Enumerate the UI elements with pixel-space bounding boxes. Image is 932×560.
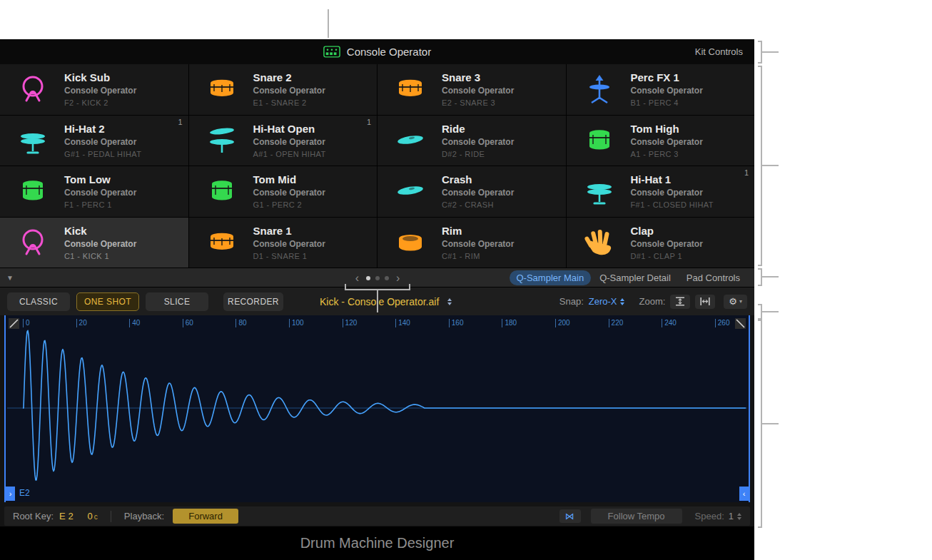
mode-recorder-button[interactable]: RECORDER	[223, 292, 283, 311]
zoom-vertical-button[interactable]	[670, 295, 690, 309]
page-dot[interactable]	[366, 276, 370, 280]
pad-engine: Console Operator	[64, 188, 136, 198]
pad-tom-high[interactable]: Tom HighConsole OperatorA1 - PERC 3	[567, 116, 755, 166]
pad-engine: Console Operator	[253, 86, 325, 96]
pad-badge: 1	[178, 118, 182, 126]
pad-name: Tom High	[631, 123, 703, 135]
page-dot[interactable]	[385, 276, 389, 280]
tom-drum-icon	[205, 174, 239, 208]
ruler-label: 120	[343, 319, 358, 327]
pad-clap[interactable]: ClapConsole OperatorD#1 - CLAP 1	[567, 218, 755, 268]
ruler-label: 160	[449, 319, 464, 327]
pad-name: Kick	[64, 225, 136, 237]
pad-name: Tom Low	[64, 173, 136, 185]
waveform-plot[interactable]	[6, 315, 749, 502]
page-prev-icon[interactable]: ‹	[355, 273, 359, 284]
ruler-label: 40	[129, 319, 140, 327]
cymbal-stand-icon	[582, 72, 617, 106]
ruler-label: 200	[555, 319, 570, 327]
hihat-open-icon	[205, 123, 239, 158]
sample-end-marker[interactable]: ‹	[739, 487, 749, 501]
waveform-display[interactable]: 020406080100120140160180200220240260 › ‹…	[4, 315, 750, 502]
speed-stepper-icon	[737, 513, 741, 520]
kit-header: Console Operator Kit Controls	[0, 39, 754, 64]
pad-name: Crash	[442, 173, 514, 185]
playback-direction-button[interactable]: Forward	[173, 509, 238, 524]
snare-drum-icon	[205, 225, 239, 260]
tom-drum-icon	[16, 174, 50, 208]
rim-drum-icon	[393, 225, 427, 260]
pad-name: Rim	[442, 225, 514, 237]
pad-badge: 1	[367, 118, 371, 126]
pad-badge: 1	[744, 168, 749, 177]
pad-name: Perc FX 1	[631, 71, 703, 83]
pad-kick[interactable]: KickConsole OperatorC1 - KICK 1	[0, 218, 188, 268]
mode-slice-button[interactable]: SLICE	[146, 292, 208, 311]
ruler-label: 20	[76, 319, 87, 327]
pad-name: Snare 3	[442, 71, 514, 83]
pad-hi-hat-1[interactable]: Hi-Hat 1Console OperatorF#1 - CLOSED HIH…	[567, 166, 755, 217]
pad-engine: Console Operator	[64, 137, 141, 147]
speed-value: 1	[729, 511, 734, 521]
page-next-icon[interactable]: ›	[396, 273, 400, 284]
tab-q-sampler-detail[interactable]: Q-Sampler Detail	[592, 270, 678, 285]
pad-key: E2 - SNARE 3	[442, 98, 514, 107]
pad-snare-1[interactable]: Snare 1Console OperatorD1 - SNARE 1	[189, 218, 378, 268]
pad-snare-2[interactable]: Snare 2Console OperatorE1 - SNARE 2	[189, 64, 378, 115]
root-key-value[interactable]: E 2	[59, 511, 74, 521]
pad-engine: Console Operator	[253, 239, 325, 249]
documentation-page: { "header": { "title": "Console Operator…	[0, 0, 932, 560]
kit-controls-tab[interactable]: Kit Controls	[695, 39, 743, 64]
callout-stem-editor	[762, 423, 779, 424]
pad-key: D#2 - RIDE	[442, 150, 514, 158]
pad-key: D#1 - CLAP 1	[631, 252, 703, 260]
pad-tom-low[interactable]: Tom LowConsole OperatorF1 - PERC 1	[0, 166, 188, 217]
pad-tom-mid[interactable]: Tom MidConsole OperatorG1 - PERC 2	[189, 166, 378, 217]
fade-in-handle[interactable]	[9, 318, 19, 329]
pad-kick-sub[interactable]: Kick SubConsole OperatorF2 - KICK 2	[0, 64, 188, 115]
sampler-parameter-bar: Root Key: E 2 0c Playback: Forward ⋈ Fol…	[4, 506, 750, 526]
callout-stem-grid	[762, 165, 779, 166]
zoom-horizontal-button[interactable]	[695, 295, 715, 309]
pad-ride[interactable]: RideConsole OperatorD#2 - RIDE	[378, 116, 566, 166]
pad-crash[interactable]: CrashConsole OperatorC#2 - CRASH	[378, 166, 566, 217]
pad-key: F2 - KICK 2	[64, 98, 136, 107]
mode-classic-button[interactable]: CLASSIC	[7, 292, 70, 311]
ruler-label: 80	[235, 319, 246, 327]
snap-stepper-icon	[620, 298, 624, 305]
clap-icon	[582, 225, 617, 260]
page-dot[interactable]	[375, 276, 380, 280]
pad-rim[interactable]: RimConsole OperatorC#1 - RIM	[378, 218, 566, 268]
pad-name: Snare 2	[253, 71, 325, 83]
tab-q-sampler-main[interactable]: Q-Sampler Main	[510, 270, 592, 285]
pad-hi-hat-2[interactable]: Hi-Hat 2Console OperatorG#1 - PEDAL HIHA…	[0, 116, 188, 166]
sample-start-marker[interactable]: ›	[6, 487, 15, 501]
pad-key: E1 - SNARE 2	[253, 98, 325, 107]
action-menu-button[interactable]: ⚙▾	[724, 295, 747, 309]
zoom-label: Zoom:	[639, 296, 665, 307]
kick-drum-icon	[16, 225, 50, 260]
flex-bowtie-button[interactable]: ⋈	[559, 509, 581, 523]
page-dots[interactable]	[366, 276, 389, 280]
pad-perc-fx-1[interactable]: Perc FX 1Console OperatorB1 - PERC 4	[567, 64, 755, 115]
pad-snare-3[interactable]: Snare 3Console OperatorE2 - SNARE 3	[378, 64, 566, 115]
pad-name: Hi-Hat Open	[253, 123, 326, 135]
speed-control[interactable]: Speed:1	[695, 511, 741, 521]
pad-hi-hat-open[interactable]: Hi-Hat OpenConsole OperatorA#1 - OPEN HI…	[189, 116, 378, 166]
view-tabs: Q-Sampler Main Q-Sampler Detail Pad Cont…	[510, 268, 748, 287]
tune-field[interactable]: 0c	[88, 511, 98, 521]
pad-engine: Console Operator	[631, 86, 703, 96]
tab-pad-controls[interactable]: Pad Controls	[679, 270, 747, 285]
pad-key: B1 - PERC 4	[631, 98, 703, 107]
ruler-label: 180	[502, 319, 517, 327]
pad-name: Ride	[442, 123, 514, 135]
follow-tempo-button[interactable]: Follow Tempo	[591, 509, 682, 524]
pad-key: A#1 - OPEN HIHAT	[253, 150, 326, 158]
pad-key: C#1 - RIM	[442, 252, 514, 260]
snap-select[interactable]: Zero-X	[589, 296, 625, 307]
collapse-triangle-icon[interactable]: ▼	[6, 268, 14, 287]
sample-file-selector[interactable]: Kick - Console Operator.aif	[320, 287, 452, 316]
callout-bracket-pager	[345, 284, 410, 290]
fade-out-handle[interactable]	[735, 318, 746, 329]
mode-one-shot-button[interactable]: ONE SHOT	[76, 292, 139, 311]
